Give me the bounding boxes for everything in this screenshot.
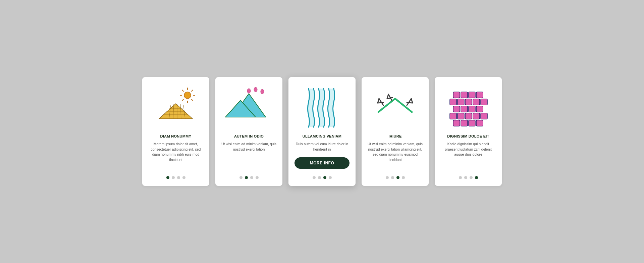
- dot: [464, 176, 467, 179]
- card-1-text: Morem ipsum dolor sit amet, consectetuer…: [148, 142, 203, 168]
- card-4: IRIURE Ut wisi enim ad minim veniam, qui…: [362, 77, 429, 186]
- svg-line-7: [182, 99, 183, 101]
- dot: [166, 176, 169, 179]
- mountain-rain-icon: [221, 85, 276, 129]
- svg-rect-35: [458, 99, 464, 105]
- svg-rect-37: [473, 99, 480, 105]
- svg-rect-45: [465, 113, 472, 119]
- card-5: DIGNISSIM DOLOE EIT Kodio dignissim qui …: [435, 77, 502, 186]
- card-5-dots: [459, 173, 478, 179]
- card-1-dots: [166, 173, 185, 179]
- card-2-dots: [239, 173, 259, 179]
- dot: [459, 176, 462, 179]
- svg-line-28: [407, 99, 411, 105]
- svg-line-8: [192, 90, 193, 91]
- dot: [239, 176, 243, 179]
- svg-rect-41: [469, 106, 475, 112]
- svg-rect-33: [476, 92, 483, 98]
- corrugated-sheet-icon: [294, 85, 350, 129]
- svg-rect-36: [465, 99, 472, 105]
- card-4-title: IRIURE: [388, 134, 401, 138]
- card-4-dots: [386, 173, 405, 179]
- solar-panel-icon: [148, 85, 203, 129]
- card-1-title: DIAM NONUMMY: [160, 134, 192, 138]
- dot: [391, 176, 394, 179]
- svg-rect-46: [473, 113, 480, 119]
- dot: [329, 176, 332, 179]
- cards-container: DIAM NONUMMY Morem ipsum dolor sit amet,…: [132, 64, 512, 200]
- dot: [172, 176, 175, 179]
- card-5-title: DIGNISSIM DOLOE EIT: [447, 134, 489, 138]
- svg-line-6: [192, 99, 193, 101]
- svg-rect-48: [453, 120, 460, 126]
- dot: [402, 176, 405, 179]
- card-3-dots: [313, 173, 332, 179]
- svg-rect-47: [481, 113, 487, 119]
- dot: [323, 176, 326, 179]
- svg-line-5: [182, 90, 183, 91]
- dot: [256, 176, 259, 179]
- dot: [250, 176, 253, 179]
- tile-pattern-icon: [441, 85, 496, 129]
- dot: [318, 176, 321, 179]
- svg-rect-51: [476, 120, 483, 126]
- svg-rect-50: [469, 120, 475, 126]
- card-4-text: Ut wisi enim ad minim veniam, quis nostr…: [368, 142, 423, 168]
- svg-rect-39: [453, 106, 460, 112]
- dot: [475, 176, 478, 179]
- dot: [245, 176, 248, 179]
- card-1: DIAM NONUMMY Morem ipsum dolor sit amet,…: [142, 77, 209, 186]
- dot: [182, 176, 185, 179]
- svg-rect-42: [476, 106, 483, 112]
- svg-rect-44: [458, 113, 464, 119]
- dot: [396, 176, 399, 179]
- roof-arrows-icon: [368, 85, 423, 129]
- svg-rect-34: [450, 99, 457, 105]
- svg-rect-49: [461, 120, 468, 126]
- svg-rect-40: [461, 106, 468, 112]
- card-2-text: Ut wisi enim ad minim veniam, quis nostr…: [221, 142, 276, 168]
- svg-rect-30: [453, 92, 460, 98]
- svg-line-29: [388, 94, 392, 100]
- card-3-text: Duis autem vel eum iriure dolor in hendr…: [294, 142, 350, 152]
- card-3: ULLAMCING VENIAM Duis autem vel eum iriu…: [288, 77, 356, 186]
- dot: [313, 176, 316, 179]
- dot: [470, 176, 473, 179]
- card-2-title: AUTEM IN ODIO: [234, 134, 264, 138]
- card-3-title: ULLAMCING VENIAM: [303, 134, 342, 138]
- card-5-text: Kodio dignissim qui blandit praesent lup…: [441, 142, 496, 168]
- dot: [386, 176, 389, 179]
- more-info-button[interactable]: MORE INFO: [294, 157, 350, 169]
- svg-rect-32: [469, 92, 475, 98]
- svg-line-27: [379, 99, 383, 105]
- dot: [177, 176, 180, 179]
- svg-rect-31: [461, 92, 468, 98]
- svg-rect-43: [450, 113, 457, 119]
- svg-rect-38: [481, 99, 487, 105]
- svg-point-0: [184, 92, 191, 99]
- card-2: AUTEM IN ODIO Ut wisi enim ad minim veni…: [215, 77, 282, 186]
